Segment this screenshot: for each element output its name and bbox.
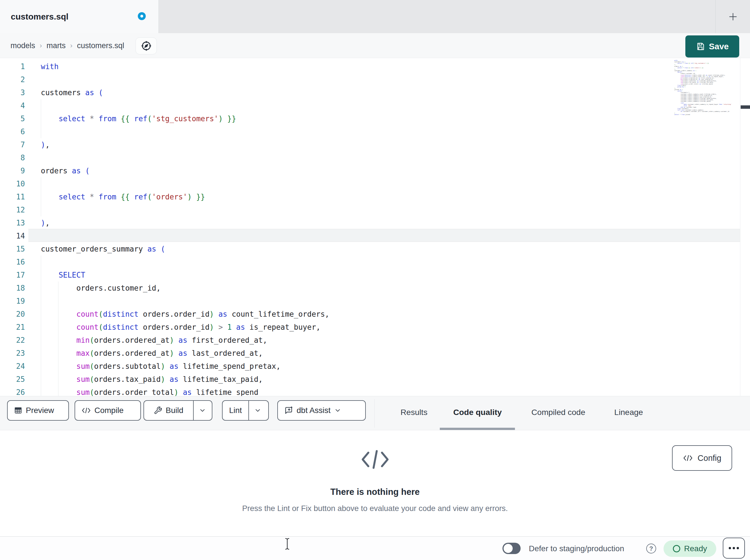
- tab-bar-divider: [715, 0, 716, 33]
- line-number: 8: [0, 151, 25, 164]
- table-grid-icon: [14, 406, 22, 415]
- code-line: 11 select * from {{ ref('orders') }}: [0, 190, 330, 203]
- save-button[interactable]: Save: [685, 36, 739, 58]
- lint-button[interactable]: Lint: [222, 400, 269, 421]
- minimap[interactable]: withcustomers as ( select * from {{ ref(…: [674, 60, 740, 130]
- lint-label: Lint: [229, 406, 242, 415]
- code-line: 9orders as (: [0, 164, 330, 177]
- save-floppy-icon: [696, 42, 705, 51]
- dbt-assist-button[interactable]: dbt Assist: [277, 400, 366, 421]
- code-line: 3customers as (: [0, 86, 330, 99]
- code-quality-panel: There is nothing here Press the Lint or …: [0, 430, 750, 536]
- line-number: 21: [0, 320, 25, 334]
- code-line: 12: [0, 203, 330, 216]
- tab-code-quality[interactable]: Code quality: [451, 396, 503, 428]
- empty-state-title: There is nothing here: [0, 487, 750, 497]
- code-line: 24 sum(orders.subtotal) as lifetime_spen…: [0, 360, 330, 373]
- line-number: 5: [0, 112, 25, 125]
- line-number: 26: [0, 386, 25, 396]
- code-line: 15customer_orders_summary as (: [0, 243, 330, 255]
- code-lines: 1with23customers as (45 select * from {{…: [0, 60, 330, 396]
- new-tab-button[interactable]: [724, 12, 742, 22]
- tab-customers-sql[interactable]: customers.sql: [0, 0, 159, 33]
- config-label: Config: [697, 454, 722, 463]
- unsaved-changes-dot-icon: [138, 12, 146, 20]
- preview-button[interactable]: Preview: [7, 400, 69, 421]
- code-line: 25 sum(orders.tax_paid) as lifetime_tax_…: [0, 373, 330, 386]
- chevron-right-icon: ›: [70, 42, 73, 49]
- wrench-icon: [154, 406, 162, 415]
- line-number: 25: [0, 373, 25, 386]
- line-number: 22: [0, 334, 25, 347]
- dot: [737, 547, 739, 549]
- line-number: 3: [0, 86, 25, 99]
- editor-tab-bar: customers.sql: [0, 0, 750, 33]
- code-line: 8: [0, 151, 330, 164]
- code-editor[interactable]: 1with23customers as (45 select * from {{…: [0, 58, 750, 396]
- line-number: 4: [0, 99, 25, 112]
- line-number: 13: [0, 216, 25, 229]
- save-label: Save: [709, 42, 729, 51]
- empty-state-subtitle: Press the Lint or Fix button above to ev…: [0, 504, 750, 513]
- preview-label: Preview: [26, 406, 54, 415]
- code-line: 13),: [0, 216, 330, 229]
- code-brackets-icon: [683, 454, 693, 462]
- lineage-navigate-button[interactable]: [136, 37, 157, 55]
- breadcrumb: models › marts › customers.sql: [11, 33, 124, 58]
- chevron-right-icon: ›: [40, 42, 42, 49]
- compile-label: Compile: [94, 406, 124, 415]
- code-line: 4: [0, 99, 330, 112]
- breadcrumb-item-models[interactable]: models: [11, 41, 35, 50]
- assistant-chat-icon: [284, 406, 293, 415]
- line-number: 14: [0, 229, 25, 243]
- code-line: 14: [0, 229, 330, 243]
- code-line: 16: [0, 255, 330, 269]
- code-line: 18 orders.customer_id,: [0, 282, 330, 295]
- code-line: 21 count(distinct orders.order_id) > 1 a…: [0, 320, 330, 334]
- code-line: 10: [0, 177, 330, 190]
- code-line: 20 count(distinct orders.order_id) as co…: [0, 308, 330, 320]
- toggle-knob: [504, 544, 513, 553]
- build-button[interactable]: Build: [143, 400, 212, 421]
- scrollbar-thumb[interactable]: [741, 105, 750, 109]
- build-dropdown-button[interactable]: [193, 401, 211, 420]
- build-label: Build: [165, 406, 183, 415]
- line-number: 7: [0, 138, 25, 151]
- compass-icon: [141, 40, 152, 51]
- code-line: 5 select * from {{ ref('stg_customers') …: [0, 112, 330, 125]
- dbt-assist-label: dbt Assist: [297, 406, 331, 415]
- line-number: 12: [0, 203, 25, 216]
- line-number: 24: [0, 360, 25, 373]
- line-number: 6: [0, 125, 25, 138]
- line-number: 15: [0, 243, 25, 255]
- tab-results[interactable]: Results: [399, 396, 429, 428]
- chevron-down-icon: [254, 407, 261, 414]
- scrollbar-track: [740, 58, 741, 396]
- code-line: 7),: [0, 138, 330, 151]
- status-badge[interactable]: Ready: [664, 540, 716, 557]
- line-number: 2: [0, 73, 25, 86]
- line-number: 19: [0, 295, 25, 308]
- code-brackets-icon: [359, 448, 391, 471]
- line-number: 10: [0, 177, 25, 190]
- line-number: 23: [0, 347, 25, 360]
- dot: [729, 547, 731, 549]
- compile-button[interactable]: Compile: [75, 400, 141, 421]
- status-bar: Defer to staging/production ? Ready: [0, 536, 750, 560]
- more-options-button[interactable]: [723, 538, 745, 559]
- breadcrumb-item-marts[interactable]: marts: [46, 41, 66, 50]
- tab-lineage[interactable]: Lineage: [612, 396, 645, 428]
- line-number: 17: [0, 269, 25, 282]
- defer-toggle[interactable]: [502, 543, 520, 554]
- tab-compiled-code[interactable]: Compiled code: [530, 396, 587, 428]
- plus-icon: [728, 12, 738, 22]
- line-number: 11: [0, 190, 25, 203]
- config-button[interactable]: Config: [672, 445, 732, 471]
- lint-dropdown-button[interactable]: [249, 401, 267, 420]
- code-line: 23 max(orders.ordered_at) as last_ordere…: [0, 347, 330, 360]
- help-icon[interactable]: ?: [646, 544, 656, 554]
- code-line: 2: [0, 73, 330, 86]
- code-line: 17 SELECT: [0, 269, 330, 282]
- active-tab-underline: [440, 428, 515, 430]
- code-line: 19: [0, 295, 330, 308]
